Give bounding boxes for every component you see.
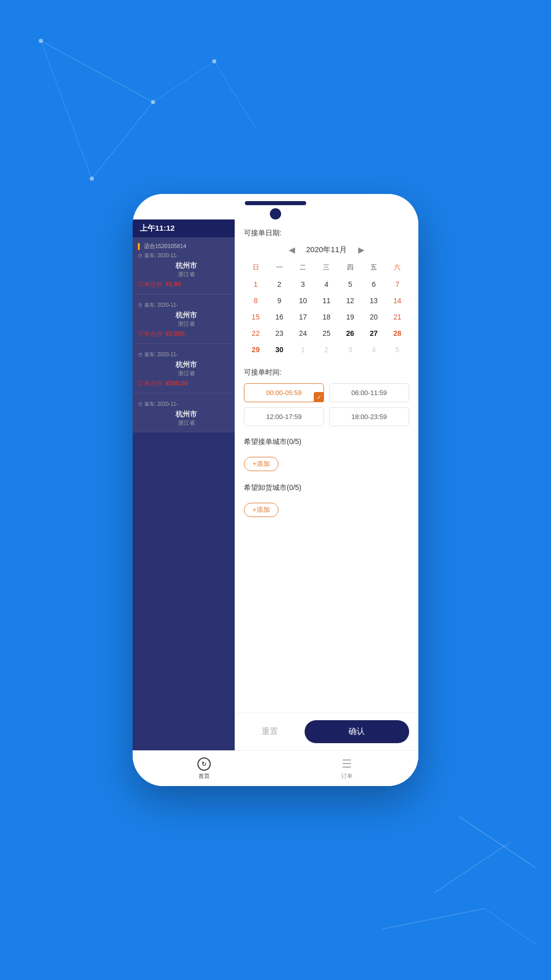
time-grid: 00:00-05:59 06:00-11:59 12:00-17:59 18:0…: [244, 383, 409, 426]
order-province: 浙江省: [138, 419, 235, 427]
phone-top-bar: [133, 194, 418, 219]
time-slot-0[interactable]: 00:00-05:59: [244, 383, 324, 402]
calendar-grid: 日 一 二 三 四 五 六 1 2 3 4 5: [244, 261, 409, 358]
order-time: ⏱ 装车: 2020-11-: [138, 302, 235, 309]
svg-line-2: [41, 41, 92, 179]
cal-day[interactable]: 22: [244, 325, 267, 341]
order-price: 订单总价: ¥1.00: [138, 280, 235, 289]
cal-day[interactable]: 11: [315, 292, 338, 309]
cal-day[interactable]: 9: [267, 292, 291, 309]
orange-bar: [138, 243, 140, 250]
time-slot-2[interactable]: 12:00-17:59: [244, 407, 324, 426]
bottom-nav: ↻ 首页 ☰ 订单: [133, 750, 418, 786]
cal-day[interactable]: 6: [362, 276, 385, 292]
time-slot-1[interactable]: 06:00-11:59: [329, 383, 409, 402]
cal-day[interactable]: 1: [291, 341, 315, 358]
cal-day[interactable]: 18: [315, 309, 338, 325]
left-panel: 上午11:12 适合1520105814 ⏱ 装车: 2020-11- 杭州市 …: [133, 219, 240, 750]
status-time: 上午11:12: [140, 224, 174, 232]
weekday-tue: 二: [291, 261, 315, 274]
weekday-fri: 五: [362, 261, 385, 274]
cal-day[interactable]: 26: [338, 325, 362, 341]
svg-line-11: [383, 909, 485, 929]
cal-day[interactable]: 12: [338, 292, 362, 309]
cal-day[interactable]: 2: [267, 276, 291, 292]
order-tag: 适合1520105814: [144, 242, 186, 250]
cal-day[interactable]: 4: [362, 341, 385, 358]
svg-line-12: [485, 909, 536, 944]
cal-day[interactable]: 15: [244, 309, 267, 325]
cal-day[interactable]: 28: [386, 325, 409, 341]
cal-day[interactable]: 19: [338, 309, 362, 325]
svg-line-4: [214, 61, 255, 128]
cal-day[interactable]: 7: [386, 276, 409, 292]
cal-day[interactable]: 13: [362, 292, 385, 309]
nav-label-home: 首页: [198, 772, 210, 780]
nav-label-order: 订单: [341, 772, 353, 780]
weekday-thu: 四: [338, 261, 362, 274]
order-card[interactable]: ⏱ 装车: 2020-11- 杭州市 浙江省 订单总价: ¥200,00: [133, 344, 240, 394]
cal-day[interactable]: 21: [386, 309, 409, 325]
next-month-button[interactable]: ▶: [355, 244, 367, 256]
cal-day[interactable]: 3: [338, 341, 362, 358]
cal-day[interactable]: 1: [244, 276, 267, 292]
cal-day[interactable]: 20: [362, 309, 385, 325]
svg-line-10: [434, 842, 510, 893]
pickup-city-label: 希望接单城市(0/5): [244, 437, 409, 447]
order-time: ⏱ 装车: 2020-11-: [138, 252, 235, 259]
weekday-sun: 日: [244, 261, 267, 274]
order-price: 订单总价: ¥2,000.: [138, 330, 235, 338]
order-city: 杭州市: [138, 360, 235, 370]
cal-day[interactable]: 23: [267, 325, 291, 341]
calendar-body: 1 2 3 4 5 6 7 8 9 10 11 12 13 1: [244, 276, 409, 358]
cal-day[interactable]: 8: [244, 292, 267, 309]
order-card[interactable]: ⏱ 装车: 2020-11- 杭州市 浙江省 订单总价: ¥2,000.: [133, 295, 240, 344]
order-card[interactable]: 适合1520105814 ⏱ 装车: 2020-11- 杭州市 浙江省 订单总价…: [133, 237, 240, 295]
order-city: 杭州市: [138, 311, 235, 320]
cal-day[interactable]: 30: [267, 341, 291, 358]
time-section-label: 可接单时间:: [244, 368, 409, 377]
dropoff-city-add-button[interactable]: +添加: [244, 503, 279, 517]
calendar-month: 2020年11月: [306, 245, 347, 255]
order-time: ⏱ 装车: 2020-11-: [138, 401, 235, 408]
cal-day[interactable]: 29: [244, 341, 267, 358]
order-province: 浙江省: [138, 320, 235, 328]
dropoff-city-label: 希望卸货城市(0/5): [244, 483, 409, 493]
check-badge: [314, 392, 324, 402]
cal-day[interactable]: 4: [315, 276, 338, 292]
cal-day[interactable]: 25: [315, 325, 338, 341]
dropoff-city-section: 希望卸货城市(0/5) +添加: [235, 477, 418, 523]
cal-day[interactable]: 10: [291, 292, 315, 309]
svg-line-3: [153, 61, 214, 102]
status-bar: 上午11:12: [133, 219, 240, 237]
confirm-button[interactable]: 确认: [305, 720, 409, 743]
svg-point-7: [90, 177, 94, 181]
camera: [270, 208, 281, 219]
time-slot-3[interactable]: 18:00-23:59: [329, 407, 409, 426]
svg-line-1: [92, 102, 153, 179]
reset-button[interactable]: 重置: [244, 726, 296, 737]
cal-day[interactable]: 3: [291, 276, 315, 292]
cal-day[interactable]: 2: [315, 341, 338, 358]
prev-month-button[interactable]: ◀: [286, 244, 298, 256]
order-province: 浙江省: [138, 370, 235, 377]
cal-day[interactable]: 17: [291, 309, 315, 325]
order-card[interactable]: ⏱ 装车: 2020-11- 杭州市 浙江省: [133, 394, 240, 432]
notch-pill: [245, 201, 306, 205]
cal-day[interactable]: 24: [291, 325, 315, 341]
svg-point-5: [39, 39, 43, 43]
phone-frame: 上午11:12 适合1520105814 ⏱ 装车: 2020-11- 杭州市 …: [133, 194, 418, 786]
weekday-mon: 一: [267, 261, 291, 274]
nav-item-home[interactable]: ↻ 首页: [133, 757, 276, 780]
cal-day[interactable]: 16: [267, 309, 291, 325]
cal-day[interactable]: 14: [386, 292, 409, 309]
calendar-section: 可接单日期: ◀ 2020年11月 ▶ 日 一 二 三 四 五: [235, 219, 418, 363]
cal-day[interactable]: 27: [362, 325, 385, 341]
date-section-label: 可接单日期:: [244, 229, 409, 238]
nav-item-order[interactable]: ☰ 订单: [276, 757, 418, 780]
cal-day[interactable]: 5: [338, 276, 362, 292]
pickup-city-add-button[interactable]: +添加: [244, 457, 279, 471]
svg-point-8: [212, 59, 216, 63]
order-icon: ☰: [342, 757, 352, 771]
cal-day[interactable]: 5: [386, 341, 409, 358]
